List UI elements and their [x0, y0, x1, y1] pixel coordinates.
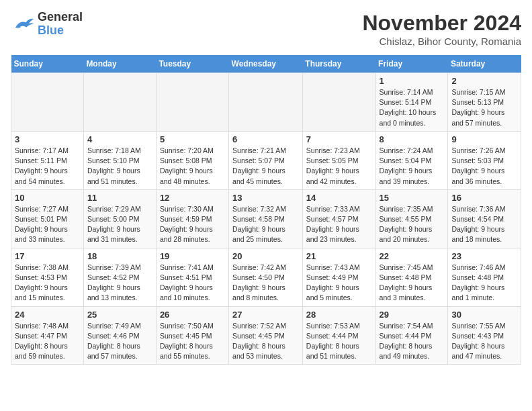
- day-info: Sunrise: 7:41 AMSunset: 4:51 PMDaylight:…: [160, 263, 225, 304]
- day-number: 29: [380, 310, 445, 320]
- calendar-cell: 15Sunrise: 7:35 AMSunset: 4:55 PMDayligh…: [375, 189, 448, 248]
- calendar-cell: 12Sunrise: 7:30 AMSunset: 4:59 PMDayligh…: [156, 189, 228, 248]
- day-info: Sunrise: 7:55 AMSunset: 4:43 PMDaylight:…: [451, 321, 517, 362]
- day-info: Sunrise: 7:23 AMSunset: 5:05 PMDaylight:…: [306, 146, 372, 187]
- day-info: Sunrise: 7:35 AMSunset: 4:55 PMDaylight:…: [380, 204, 445, 245]
- day-number: 2: [451, 76, 517, 86]
- day-info: Sunrise: 7:29 AMSunset: 5:00 PMDaylight:…: [87, 204, 152, 245]
- calendar-week-row: 10Sunrise: 7:27 AMSunset: 5:01 PMDayligh…: [11, 189, 521, 248]
- calendar-week-row: 3Sunrise: 7:17 AMSunset: 5:11 PMDaylight…: [11, 131, 521, 189]
- day-info: Sunrise: 7:36 AMSunset: 4:54 PMDaylight:…: [451, 204, 517, 245]
- day-number: 15: [380, 193, 445, 203]
- calendar-cell: 6Sunrise: 7:21 AMSunset: 5:07 PMDaylight…: [229, 131, 303, 189]
- day-number: 24: [15, 310, 80, 320]
- day-info: Sunrise: 7:38 AMSunset: 4:53 PMDaylight:…: [15, 263, 80, 304]
- calendar-cell: 24Sunrise: 7:48 AMSunset: 4:47 PMDayligh…: [11, 306, 84, 365]
- calendar-cell: 8Sunrise: 7:24 AMSunset: 5:04 PMDaylight…: [375, 131, 448, 189]
- day-info: Sunrise: 7:17 AMSunset: 5:11 PMDaylight:…: [15, 146, 80, 187]
- calendar-cell: 27Sunrise: 7:52 AMSunset: 4:45 PMDayligh…: [229, 306, 303, 365]
- calendar-cell: 25Sunrise: 7:49 AMSunset: 4:46 PMDayligh…: [83, 306, 156, 365]
- calendar-table: SundayMondayTuesdayWednesdayThursdayFrid…: [11, 55, 521, 365]
- calendar-cell: [156, 73, 228, 132]
- day-info: Sunrise: 7:48 AMSunset: 4:47 PMDaylight:…: [15, 321, 80, 362]
- day-number: 23: [451, 251, 517, 261]
- calendar-cell: 4Sunrise: 7:18 AMSunset: 5:10 PMDaylight…: [83, 131, 156, 189]
- day-number: 17: [15, 251, 80, 261]
- day-number: 18: [87, 251, 152, 261]
- calendar-cell: 11Sunrise: 7:29 AMSunset: 5:00 PMDayligh…: [83, 189, 156, 248]
- day-number: 9: [451, 134, 517, 144]
- day-number: 20: [232, 251, 299, 261]
- location-subtitle: Chislaz, Bihor County, Romania: [362, 36, 521, 47]
- day-info: Sunrise: 7:45 AMSunset: 4:48 PMDaylight:…: [380, 263, 445, 304]
- calendar-cell: 18Sunrise: 7:39 AMSunset: 4:52 PMDayligh…: [83, 248, 156, 306]
- calendar-cell: [302, 73, 375, 132]
- calendar-cell: 19Sunrise: 7:41 AMSunset: 4:51 PMDayligh…: [156, 248, 228, 306]
- day-number: 21: [306, 251, 372, 261]
- calendar-cell: 5Sunrise: 7:20 AMSunset: 5:08 PMDaylight…: [156, 131, 228, 189]
- calendar-cell: 3Sunrise: 7:17 AMSunset: 5:11 PMDaylight…: [11, 131, 84, 189]
- calendar-cell: 14Sunrise: 7:33 AMSunset: 4:57 PMDayligh…: [302, 189, 375, 248]
- day-number: 26: [160, 310, 225, 320]
- month-title: November 2024: [362, 11, 521, 36]
- calendar-cell: [11, 73, 84, 132]
- day-info: Sunrise: 7:52 AMSunset: 4:45 PMDaylight:…: [232, 321, 299, 362]
- page-header: General Blue November 2024 Chislaz, Biho…: [11, 11, 521, 47]
- day-number: 28: [306, 310, 372, 320]
- day-number: 4: [87, 134, 152, 144]
- day-info: Sunrise: 7:15 AMSunset: 5:13 PMDaylight:…: [451, 87, 517, 128]
- calendar-cell: [229, 73, 303, 132]
- day-number: 25: [87, 310, 152, 320]
- weekday-header: Wednesday: [229, 55, 303, 73]
- day-number: 3: [15, 134, 80, 144]
- calendar-cell: 29Sunrise: 7:54 AMSunset: 4:44 PMDayligh…: [375, 306, 448, 365]
- calendar-week-row: 1Sunrise: 7:14 AMSunset: 5:14 PMDaylight…: [11, 73, 521, 132]
- weekday-header: Sunday: [11, 55, 84, 73]
- day-info: Sunrise: 7:18 AMSunset: 5:10 PMDaylight:…: [87, 146, 152, 187]
- logo-icon: [11, 15, 35, 34]
- calendar-cell: 28Sunrise: 7:53 AMSunset: 4:44 PMDayligh…: [302, 306, 375, 365]
- day-number: 30: [451, 310, 517, 320]
- day-number: 12: [160, 193, 225, 203]
- day-info: Sunrise: 7:39 AMSunset: 4:52 PMDaylight:…: [87, 263, 152, 304]
- calendar-week-row: 17Sunrise: 7:38 AMSunset: 4:53 PMDayligh…: [11, 248, 521, 306]
- day-info: Sunrise: 7:42 AMSunset: 4:50 PMDaylight:…: [232, 263, 299, 304]
- day-info: Sunrise: 7:21 AMSunset: 5:07 PMDaylight:…: [232, 146, 299, 187]
- day-number: 5: [160, 134, 225, 144]
- day-number: 16: [451, 193, 517, 203]
- day-info: Sunrise: 7:20 AMSunset: 5:08 PMDaylight:…: [160, 146, 225, 187]
- day-info: Sunrise: 7:14 AMSunset: 5:14 PMDaylight:…: [380, 87, 445, 128]
- day-info: Sunrise: 7:49 AMSunset: 4:46 PMDaylight:…: [87, 321, 152, 362]
- weekday-header: Monday: [83, 55, 156, 73]
- day-info: Sunrise: 7:50 AMSunset: 4:45 PMDaylight:…: [160, 321, 225, 362]
- day-number: 11: [87, 193, 152, 203]
- calendar-cell: 9Sunrise: 7:26 AMSunset: 5:03 PMDaylight…: [448, 131, 521, 189]
- day-number: 22: [380, 251, 445, 261]
- weekday-header: Friday: [375, 55, 448, 73]
- title-section: November 2024 Chislaz, Bihor County, Rom…: [362, 11, 521, 47]
- day-info: Sunrise: 7:46 AMSunset: 4:48 PMDaylight:…: [451, 263, 517, 304]
- day-info: Sunrise: 7:33 AMSunset: 4:57 PMDaylight:…: [306, 204, 372, 245]
- weekday-header: Saturday: [448, 55, 521, 73]
- day-info: Sunrise: 7:27 AMSunset: 5:01 PMDaylight:…: [15, 204, 80, 245]
- calendar-cell: 23Sunrise: 7:46 AMSunset: 4:48 PMDayligh…: [448, 248, 521, 306]
- day-info: Sunrise: 7:26 AMSunset: 5:03 PMDaylight:…: [451, 146, 517, 187]
- calendar-cell: 30Sunrise: 7:55 AMSunset: 4:43 PMDayligh…: [448, 306, 521, 365]
- calendar-week-row: 24Sunrise: 7:48 AMSunset: 4:47 PMDayligh…: [11, 306, 521, 365]
- calendar-cell: 16Sunrise: 7:36 AMSunset: 4:54 PMDayligh…: [448, 189, 521, 248]
- logo-text: General: [38, 11, 83, 24]
- day-info: Sunrise: 7:32 AMSunset: 4:58 PMDaylight:…: [232, 204, 299, 245]
- day-number: 13: [232, 193, 299, 203]
- calendar-cell: 7Sunrise: 7:23 AMSunset: 5:05 PMDaylight…: [302, 131, 375, 189]
- calendar-cell: 1Sunrise: 7:14 AMSunset: 5:14 PMDaylight…: [375, 73, 448, 132]
- calendar-cell: 21Sunrise: 7:43 AMSunset: 4:49 PMDayligh…: [302, 248, 375, 306]
- calendar-cell: 22Sunrise: 7:45 AMSunset: 4:48 PMDayligh…: [375, 248, 448, 306]
- day-info: Sunrise: 7:43 AMSunset: 4:49 PMDaylight:…: [306, 263, 372, 304]
- logo: General Blue: [11, 11, 83, 38]
- calendar-cell: 13Sunrise: 7:32 AMSunset: 4:58 PMDayligh…: [229, 189, 303, 248]
- weekday-header-row: SundayMondayTuesdayWednesdayThursdayFrid…: [11, 55, 521, 73]
- day-number: 10: [15, 193, 80, 203]
- calendar-cell: [83, 73, 156, 132]
- day-info: Sunrise: 7:54 AMSunset: 4:44 PMDaylight:…: [380, 321, 445, 362]
- day-number: 7: [306, 134, 372, 144]
